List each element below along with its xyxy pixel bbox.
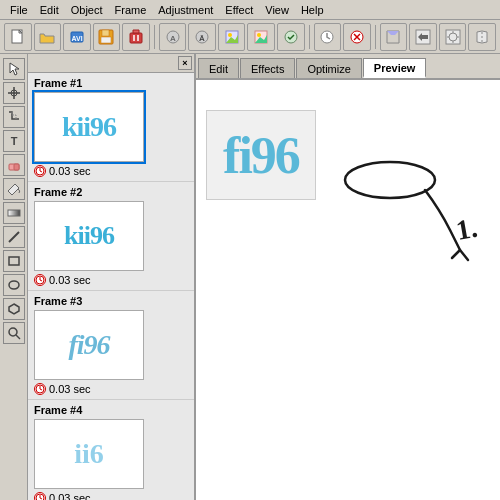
frame-3-timing-icon [34, 383, 46, 395]
toolbar-sep-2 [309, 25, 310, 49]
frame-item-4[interactable]: Frame #4 ii6 0.03 sec [28, 400, 194, 500]
toolbar-btn-14[interactable] [439, 23, 467, 51]
toolbar-btn-11[interactable] [343, 23, 371, 51]
toolbar-btn-delete[interactable] [122, 23, 150, 51]
toolbar-btn-save[interactable] [93, 23, 121, 51]
tab-optimize[interactable]: Optimize [296, 58, 361, 78]
menu-adjustment[interactable]: Adjustment [152, 2, 219, 18]
toolbar-btn-15[interactable] [468, 23, 496, 51]
svg-rect-6 [130, 33, 142, 43]
frame-2-label: Frame #2 [34, 186, 188, 198]
svg-point-39 [9, 281, 19, 289]
toolbar-btn-5[interactable]: A [159, 23, 187, 51]
frame-1-timing: 0.03 sec [49, 165, 91, 177]
svg-rect-5 [101, 37, 111, 43]
main-layout: T × F [0, 54, 500, 500]
tool-gradient[interactable] [3, 202, 25, 224]
frames-panel: × Frame #1 kii96 0.03 sec Frame #2 [28, 54, 196, 500]
frames-scrollable[interactable]: Frame #1 kii96 0.03 sec Frame #2 kii96 [28, 73, 194, 500]
svg-point-47 [345, 162, 435, 198]
frame-2-preview[interactable]: kii96 [34, 201, 144, 271]
tool-ellipse[interactable] [3, 274, 25, 296]
canvas-area: fi96 1. [196, 80, 500, 500]
tool-polygon[interactable] [3, 298, 25, 320]
frame-3-text: fi96 [68, 329, 109, 361]
tool-crosshair[interactable] [3, 82, 25, 104]
menubar: File Edit Object Frame Adjustment Effect… [0, 0, 500, 20]
svg-rect-36 [8, 210, 20, 216]
frame-4-label: Frame #4 [34, 404, 188, 416]
menu-view[interactable]: View [259, 2, 295, 18]
menu-help[interactable]: Help [295, 2, 330, 18]
tool-pointer[interactable] [3, 58, 25, 80]
frame-4-text: ii6 [74, 438, 104, 470]
frame-item-2[interactable]: Frame #2 kii96 0.03 sec [28, 182, 194, 291]
tab-effects[interactable]: Effects [240, 58, 295, 78]
toolbar-btn-10[interactable] [314, 23, 342, 51]
tool-text[interactable]: T [3, 130, 25, 152]
toolbar-btn-3[interactable]: AVI [63, 23, 91, 51]
tool-eraser[interactable] [3, 154, 25, 176]
frame-2-timing-icon [34, 274, 46, 286]
svg-line-42 [16, 335, 20, 339]
menu-frame[interactable]: Frame [109, 2, 153, 18]
toolbar-btn-9[interactable] [277, 23, 305, 51]
svg-marker-40 [9, 304, 19, 314]
frame-item-1[interactable]: Frame #1 kii96 0.03 sec [28, 73, 194, 182]
svg-line-37 [9, 232, 19, 242]
frame-3-preview[interactable]: fi96 [34, 310, 144, 380]
frame-1-label: Frame #1 [34, 77, 188, 89]
menu-effect[interactable]: Effect [219, 2, 259, 18]
menu-file[interactable]: File [4, 2, 34, 18]
toolbar-btn-7[interactable] [218, 23, 246, 51]
frame-2-text: kii96 [64, 221, 114, 251]
toolbar-btn-8[interactable] [247, 23, 275, 51]
frame-item-3[interactable]: Frame #3 fi96 0.03 sec [28, 291, 194, 400]
toolbar-sep-3 [375, 25, 376, 49]
toolbar-btn-13[interactable] [409, 23, 437, 51]
close-button[interactable]: × [178, 56, 192, 70]
svg-rect-38 [9, 257, 19, 265]
tab-edit[interactable]: Edit [198, 58, 239, 78]
frame-1-preview[interactable]: kii96 [34, 92, 144, 162]
frame-3-timing: 0.03 sec [49, 383, 91, 395]
frame-4-preview[interactable]: ii6 [34, 419, 144, 489]
frame-3-label: Frame #3 [34, 295, 188, 307]
menu-edit[interactable]: Edit [34, 2, 65, 18]
svg-text:Ā: Ā [199, 34, 205, 43]
tab-preview[interactable]: Preview [363, 58, 427, 78]
toolbar-btn-open[interactable] [34, 23, 62, 51]
svg-text:T: T [10, 135, 17, 147]
frame-1-timing-icon [34, 165, 46, 177]
toolbar-sep-1 [154, 25, 155, 49]
toolbar-btn-new[interactable] [4, 23, 32, 51]
toolbar-btn-6[interactable]: Ā [188, 23, 216, 51]
svg-point-14 [228, 33, 232, 37]
svg-point-41 [9, 328, 17, 336]
tool-crop[interactable] [3, 106, 25, 128]
preview-main-text: fi96 [223, 126, 299, 185]
svg-text:A: A [170, 34, 176, 43]
tool-line[interactable] [3, 226, 25, 248]
frame-4-timing-icon [34, 492, 46, 500]
svg-rect-4 [102, 30, 109, 36]
frame-2-timing: 0.03 sec [49, 274, 91, 286]
frame-2-timing-row: 0.03 sec [34, 274, 188, 286]
content-area: Edit Effects Optimize Preview fi96 [196, 54, 500, 500]
frames-panel-header: × [28, 54, 194, 73]
canvas-content: fi96 [206, 110, 316, 200]
svg-rect-35 [14, 164, 19, 170]
annotation-area: 1. [370, 130, 490, 250]
frame-1-timing-row: 0.03 sec [34, 165, 188, 177]
menu-object[interactable]: Object [65, 2, 109, 18]
toolbar-btn-12[interactable] [380, 23, 408, 51]
frame-4-timing-row: 0.03 sec [34, 492, 188, 500]
frame-4-timing: 0.03 sec [49, 492, 91, 500]
svg-text:AVI: AVI [71, 35, 82, 42]
tool-rect[interactable] [3, 250, 25, 272]
svg-point-16 [257, 33, 261, 37]
preview-image-box: fi96 [206, 110, 316, 200]
toolbar: AVI A Ā [0, 20, 500, 54]
tool-zoom[interactable] [3, 322, 25, 344]
tool-paint[interactable] [3, 178, 25, 200]
